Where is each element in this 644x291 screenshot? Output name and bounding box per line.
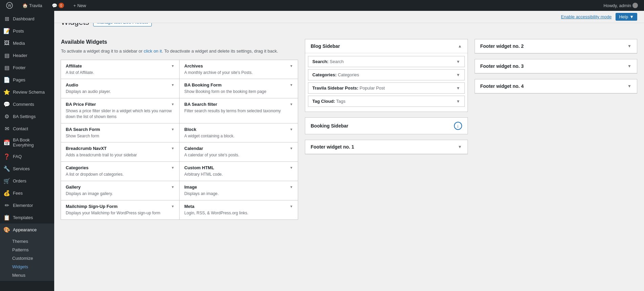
widget-row-toggle[interactable]: ▼ [456,99,460,104]
widget-desc: A list or dropdown of categories. [66,172,174,177]
sidebar-item-services[interactable]: 🔧 Services [0,162,54,175]
widget-item[interactable]: Archives ▼ A monthly archive of your sit… [179,60,298,79]
widget-item[interactable]: Image ▼ Displays an image. [179,181,298,200]
widget-expand-icon: ▼ [290,102,293,106]
widget-desc: Displays your Mailchimp for WordPress si… [66,210,174,216]
widget-item[interactable]: BA Price Filter ▼ Shows a price filter s… [61,98,180,123]
sidebar-widget-row[interactable]: Travila Sidebar Posts: Popular Post ▼ [308,82,465,94]
widget-row-toggle[interactable]: ▼ [456,86,460,91]
widget-item[interactable]: BA Search Form ▼ Show Search form [61,123,180,143]
sidebar-item-orders[interactable]: 🛒 Orders [0,175,54,187]
widget-desc: A monthly archive of your site's Posts. [184,70,293,76]
widget-desc: Displays an audio player. [66,89,174,95]
widget-row-toggle[interactable]: ▼ [456,73,460,77]
widget-name: Mailchimp Sign-Up Form [66,204,118,209]
sidebar-widget-row[interactable]: Tag Cloud: Tags ▼ [308,96,465,107]
footer-widget-1-area: Footer widget no. 1 ▼ [305,140,468,154]
widget-name: Calendar [184,146,203,151]
help-button[interactable]: Help ▼ [616,13,637,21]
sidebar-label-media: Media [13,41,25,46]
appearance-icon: 🎨 [3,226,10,233]
fees-icon: 💰 [3,190,10,196]
services-icon: 🔧 [3,165,10,172]
footer-widget-1-header: Footer widget no. 1 ▼ [305,140,468,154]
sidebar-item-fees[interactable]: 💰 Fees [0,187,54,199]
footer-widget-2-area: Footer widget no. 2 ▼ [475,39,638,54]
sidebar-widget-label: Search: Search [312,59,344,64]
sidebar-item-appearance[interactable]: 🎨 Appearance [0,224,54,236]
new-item[interactable]: + New [71,0,89,11]
widget-desc: Displays an image. [184,191,293,197]
widget-name: Breadcrumb NavXT [66,146,107,151]
sidebar-item-footer[interactable]: ▤ Footer [0,61,54,74]
sidebar-label-comments: Comments [13,102,34,107]
help-arrow-icon: ▼ [629,14,634,19]
sidebar-item-media[interactable]: 🖼 Media [0,37,54,49]
sidebar-item-ba-book-everything[interactable]: 📅 BA Book Everything [0,135,54,150]
widget-item[interactable]: Calendar ▼ A calendar of your site's pos… [179,142,298,162]
widget-expand-icon: ▼ [171,166,174,170]
widget-name: BA Booking Form [184,82,222,88]
booking-sidebar-title: Booking Sidebar [311,123,348,129]
submenu-customize[interactable]: Customize [0,254,54,263]
sidebar-label-appearance: Appearance [13,227,37,232]
footer-widget-1-toggle[interactable]: ▼ [458,144,462,149]
submenu-patterns[interactable]: Patterns [0,246,54,254]
blog-sidebar-title: Blog Sidebar [311,43,340,49]
sidebar-widget-row[interactable]: Categories: Categories ▼ [308,69,465,80]
submenu-themes[interactable]: Themes [0,237,54,246]
submenu-menus[interactable]: Menus [0,271,54,279]
widget-item[interactable]: BA Search filter ▼ Filter search results… [179,98,298,123]
new-label: New [77,3,86,8]
widget-item[interactable]: Categories ▼ A list or dropdown of categ… [61,161,180,181]
footer-widget-2-toggle[interactable]: ▼ [627,44,631,48]
click-link[interactable]: click on it [144,48,162,54]
sidebar-item-posts[interactable]: 📝 Posts [0,25,54,37]
sidebar-label-ba-book-everything: BA Book Everything [13,137,51,148]
sidebar-label-elementor: Elementor [13,203,33,208]
wp-logo-item[interactable]: W [3,0,16,11]
booking-sidebar-toggle[interactable]: ↓ [454,122,462,130]
sidebar-label-dashboard: Dashboard [13,16,35,21]
widget-desc: Arbitrary HTML code. [184,172,293,177]
accessibility-link[interactable]: Enable accessibility mode [561,14,612,19]
sidebar-item-faq[interactable]: ❓ FAQ [0,150,54,162]
ba-book-icon: 📅 [3,139,10,146]
sidebar-label-footer: Footer [13,65,26,70]
sidebar-item-ba-settings[interactable]: ⚙ BA Settings [0,110,54,122]
widget-desc: A list of Affiliate. [66,70,174,76]
widget-item[interactable]: Breadcrumb NavXT ▼ Adds a breadcrumb tra… [61,142,180,162]
sidebar-widget-row[interactable]: Search: Search ▼ [308,56,465,67]
sidebar-item-review-schema[interactable]: ⭐ Review Schema [0,86,54,98]
comments-item[interactable]: 💬 0 [49,0,67,11]
blog-sidebar-toggle[interactable]: ▲ [458,44,462,48]
widget-row-toggle[interactable]: ▼ [456,59,460,64]
sidebar-item-comments[interactable]: 💬 Comments [0,98,54,110]
footer-widget-4-toggle[interactable]: ▼ [627,84,631,89]
sidebar-item-pages[interactable]: 📄 Pages [0,74,54,86]
home-icon: 🏠 [22,3,28,8]
widget-item[interactable]: Meta ▼ Login, RSS, & WordPress.org links… [179,200,298,220]
widget-item[interactable]: Audio ▼ Displays an audio player. [61,79,180,98]
howdy-item[interactable]: Howdy, admin [601,0,641,11]
widget-expand-icon: ▼ [171,102,174,106]
sidebar-item-templates[interactable]: 📋 Templates [0,211,54,224]
widget-item[interactable]: Gallery ▼ Displays an image gallery. [61,181,180,200]
widget-item[interactable]: Affiliate ▼ A list of Affiliate. [61,60,180,79]
submenu-widgets[interactable]: Widgets [0,263,54,271]
widget-item[interactable]: Block ▼ A widget containing a block. [179,123,298,143]
orders-icon: 🛒 [3,177,10,184]
sidebar-item-dashboard[interactable]: ⊞ Dashboard [0,13,54,25]
footer-widget-3-toggle[interactable]: ▼ [627,64,631,69]
widget-item[interactable]: Mailchimp Sign-Up Form ▼ Displays your M… [61,200,180,220]
site-name-item[interactable]: 🏠 Travila [20,0,45,11]
sidebar-item-header[interactable]: ▤ Header [0,49,54,61]
widget-item[interactable]: BA Booking Form ▼ Show Booking form on t… [179,79,298,98]
widget-item[interactable]: Custom HTML ▼ Arbitrary HTML code. [179,161,298,181]
blog-sidebar-column: Blog Sidebar ▲ Search: Search ▼ Categori… [305,39,468,220]
widget-name: Categories [66,165,88,170]
sidebar-item-contact[interactable]: ✉ Contact [0,122,54,135]
booking-sidebar-header: Booking Sidebar ↓ [305,118,468,134]
footer-widget-4-area: Footer widget no. 4 ▼ [475,79,638,94]
sidebar-item-elementor[interactable]: ✏ Elementor [0,199,54,211]
